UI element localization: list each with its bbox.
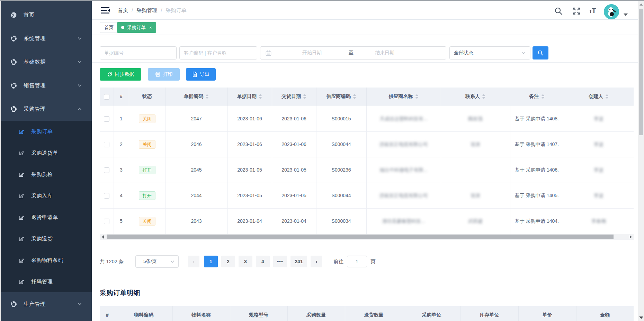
row-checkbox[interactable] xyxy=(104,167,109,173)
scroll-left-arrow-icon[interactable] xyxy=(100,234,106,240)
page-button-last[interactable]: 241 xyxy=(290,256,307,267)
submenu-item-pallet-code[interactable]: 托码管理 xyxy=(1,271,92,292)
col-contact[interactable]: 联系人 xyxy=(441,88,510,106)
breadcrumb: 首页/采购管理/采购订单 xyxy=(118,7,186,14)
sort-carets-icon[interactable] xyxy=(353,94,356,99)
customer-input[interactable] xyxy=(179,46,257,59)
breadcrumb-separator: / xyxy=(132,7,133,13)
print-button[interactable]: 打印 xyxy=(148,68,180,81)
sync-data-button[interactable]: 同步数据 xyxy=(100,68,141,81)
breadcrumb-purchase[interactable]: 采购管理 xyxy=(136,7,157,13)
submenu-item-material-barcode[interactable]: 采购物料条码 xyxy=(1,249,92,271)
export-label: 导出 xyxy=(200,71,209,77)
status-select[interactable]: 全部状态 xyxy=(449,46,530,59)
table-row[interactable]: 2 关闭 2046 2023-01-06 2023-01-06 S000044 … xyxy=(100,131,634,157)
print-label: 打印 xyxy=(163,71,173,77)
col-supplier-name[interactable]: 供应商名称 xyxy=(366,88,441,106)
row-checkbox[interactable] xyxy=(104,116,109,122)
date-start-placeholder[interactable]: 开始日期 xyxy=(302,50,322,56)
detail-col-material-name: 物料名称 xyxy=(172,306,230,321)
sidebar-item-purchase[interactable]: 采购管理 xyxy=(1,97,92,121)
next-page-button[interactable]: › xyxy=(311,256,322,267)
search-icon[interactable] xyxy=(554,7,563,16)
submenu-item-purchase-order[interactable]: 采购订单 xyxy=(1,121,92,142)
col-delivery-date[interactable]: 交货日期 xyxy=(272,88,316,106)
tab-purchase-order[interactable]: 采购订单 × xyxy=(117,22,156,33)
goto-page-suffix: 页 xyxy=(370,255,376,268)
cell-remark: 基于 采购申请 1404. xyxy=(510,208,564,234)
scroll-right-arrow-icon[interactable] xyxy=(628,234,634,240)
sidebar-item-home[interactable]: 首页 xyxy=(1,3,92,27)
sidebar-item-sales[interactable]: 销售管理 xyxy=(1,74,92,97)
select-all-checkbox[interactable] xyxy=(104,94,109,100)
tab-home[interactable]: 首页 xyxy=(100,22,118,33)
sidebar-item-label: 基础数据 xyxy=(24,58,46,66)
prev-page-button[interactable]: ‹ xyxy=(188,256,199,267)
export-button[interactable]: 导出 xyxy=(186,68,216,81)
horizontal-scrollbar-thumb[interactable] xyxy=(107,235,614,239)
sort-carets-icon[interactable] xyxy=(541,94,545,99)
sort-carets-icon[interactable] xyxy=(605,94,609,99)
date-range-picker[interactable]: 开始日期 至 结束日期 xyxy=(260,46,446,59)
tab-close-icon[interactable]: × xyxy=(149,25,152,30)
cell-supplier-name: 潍坊亚豪橡塑科技... xyxy=(366,208,441,234)
date-end-placeholder[interactable]: 结束日期 xyxy=(375,50,394,56)
detail-col-material-code: 物料编码 xyxy=(115,306,172,321)
submenu-item-purchase-inbound[interactable]: 采购入库 xyxy=(1,185,92,207)
goto-page-input[interactable] xyxy=(347,256,367,267)
order-no-input[interactable] xyxy=(100,46,177,59)
col-supplier-code[interactable]: 供应商编码 xyxy=(316,88,366,106)
fullscreen-icon[interactable] xyxy=(572,7,581,16)
breadcrumb-home[interactable]: 首页 xyxy=(118,7,128,13)
submenu-item-purchase-delivery[interactable]: 采购送货单 xyxy=(1,142,92,164)
scroll-up-arrow-icon[interactable] xyxy=(638,2,644,7)
sort-carets-icon[interactable] xyxy=(482,94,485,99)
calendar-icon xyxy=(265,50,272,56)
table-row[interactable]: 1 关闭 2047 2023-01-06 2023-01-06 S000015 … xyxy=(100,106,634,131)
row-checkbox[interactable] xyxy=(104,219,109,224)
sidebar-item-production[interactable]: 生产管理 xyxy=(1,292,92,316)
submenu-item-purchase-return[interactable]: 采购退货 xyxy=(1,228,92,249)
sort-carets-icon[interactable] xyxy=(259,94,262,99)
vertical-scrollbar-thumb[interactable] xyxy=(639,9,643,135)
col-creator[interactable]: 创建人 xyxy=(564,88,634,106)
submenu-item-return-request[interactable]: 退货申请单 xyxy=(1,207,92,228)
scroll-down-arrow-icon[interactable] xyxy=(638,315,644,320)
more-pages-icon[interactable]: ••• xyxy=(273,256,287,267)
horizontal-scrollbar[interactable] xyxy=(100,234,634,240)
search-button[interactable] xyxy=(533,46,548,59)
cell-creator: 李波 xyxy=(564,157,634,183)
edit-icon xyxy=(18,214,24,220)
sidebar-fold-icon[interactable] xyxy=(101,7,110,14)
cell-supplier-code: S000236 xyxy=(316,157,366,183)
printer-icon xyxy=(155,72,161,77)
table-row[interactable]: 3 打开 2045 2023-01-05 2023-01-05 S000236 … xyxy=(100,157,634,183)
sidebar-item-system[interactable]: 系统管理 xyxy=(1,27,92,50)
table-row[interactable]: 5 关闭 2043 2023-01-04 2023-01-04 S000034 … xyxy=(100,208,634,234)
page-button-2[interactable]: 2 xyxy=(221,256,235,267)
detail-col-purchase-qty: 采购数量 xyxy=(287,306,345,321)
sidebar-item-basedata[interactable]: 基础数据 xyxy=(1,50,92,74)
sort-carets-icon[interactable] xyxy=(415,94,419,99)
sidebar-item-label: 系统管理 xyxy=(24,35,46,42)
sidebar-item-label: 采购管理 xyxy=(24,106,46,113)
submenu-item-purchase-qc[interactable]: 采购质检 xyxy=(1,164,92,185)
avatar-dropdown-caret-icon[interactable] xyxy=(624,13,628,16)
row-checkbox[interactable] xyxy=(104,193,109,199)
page-size-select[interactable]: 5条/页 xyxy=(135,255,179,268)
font-size-icon[interactable]: TT xyxy=(589,7,596,15)
avatar[interactable] xyxy=(604,4,619,19)
table-row[interactable]: 4 打开 2044 2023-01-05 2023-01-05 S000044 … xyxy=(100,183,634,208)
sort-carets-icon[interactable] xyxy=(303,94,306,99)
vertical-scrollbar[interactable] xyxy=(638,1,644,321)
row-checkbox[interactable] xyxy=(104,142,109,147)
page-button-1[interactable]: 1 xyxy=(204,256,218,267)
col-doc-no[interactable]: 单据编码 xyxy=(165,88,227,106)
detail-col-spec: 规格型号 xyxy=(230,306,287,321)
col-seq: # xyxy=(114,88,129,106)
sort-carets-icon[interactable] xyxy=(205,94,209,99)
col-doc-date[interactable]: 单据日期 xyxy=(227,88,272,106)
page-button-4[interactable]: 4 xyxy=(256,256,270,267)
page-button-3[interactable]: 3 xyxy=(239,256,252,267)
col-remark[interactable]: 备注 xyxy=(510,88,564,106)
